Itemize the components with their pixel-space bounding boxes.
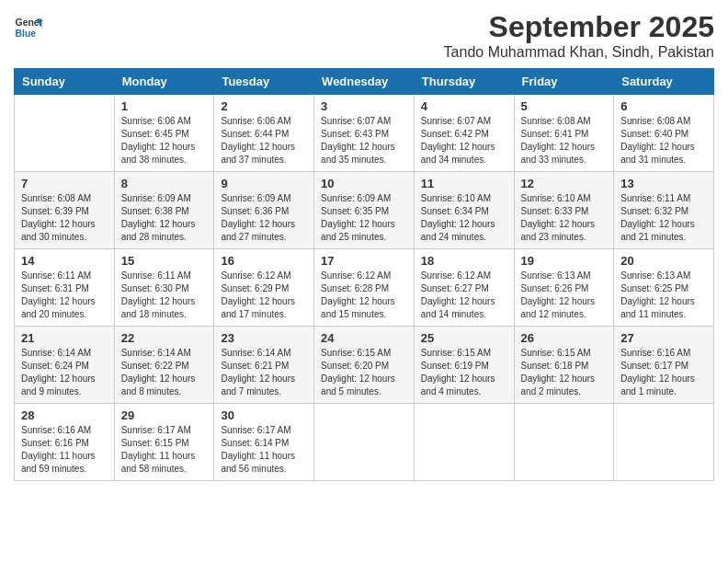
day-info: Sunrise: 6:13 AM Sunset: 6:26 PM Dayligh…: [521, 270, 608, 321]
day-info: Sunrise: 6:16 AM Sunset: 6:17 PM Dayligh…: [620, 347, 707, 398]
day-number: 19: [521, 254, 608, 268]
calendar-cell: 28Sunrise: 6:16 AM Sunset: 6:16 PM Dayli…: [15, 404, 115, 481]
day-number: 9: [221, 177, 307, 190]
day-header-wednesday: Wednesday: [314, 69, 415, 95]
day-number: 17: [321, 254, 407, 268]
day-info: Sunrise: 6:11 AM Sunset: 6:31 PM Dayligh…: [21, 270, 108, 321]
day-info: Sunrise: 6:09 AM Sunset: 6:35 PM Dayligh…: [321, 192, 407, 244]
day-info: Sunrise: 6:06 AM Sunset: 6:44 PM Dayligh…: [221, 115, 307, 167]
day-info: Sunrise: 6:12 AM Sunset: 6:28 PM Dayligh…: [321, 270, 407, 321]
day-number: 23: [221, 331, 307, 345]
day-number: 7: [21, 177, 108, 190]
day-info: Sunrise: 6:17 AM Sunset: 6:14 PM Dayligh…: [221, 424, 307, 476]
calendar-cell: [314, 404, 415, 481]
day-number: 4: [421, 99, 507, 113]
day-number: 24: [321, 331, 407, 345]
day-info: Sunrise: 6:15 AM Sunset: 6:19 PM Dayligh…: [421, 347, 507, 398]
day-info: Sunrise: 6:08 AM Sunset: 6:41 PM Dayligh…: [521, 115, 608, 167]
calendar-cell: 9Sunrise: 6:09 AM Sunset: 6:36 PM Daylig…: [214, 172, 314, 249]
day-info: Sunrise: 6:08 AM Sunset: 6:39 PM Dayligh…: [21, 192, 108, 244]
day-number: 6: [620, 99, 707, 113]
day-number: 5: [521, 99, 608, 113]
day-header-friday: Friday: [514, 69, 614, 95]
calendar-cell: 14Sunrise: 6:11 AM Sunset: 6:31 PM Dayli…: [15, 249, 115, 327]
month-title: September 2025: [444, 9, 714, 44]
day-info: Sunrise: 6:12 AM Sunset: 6:27 PM Dayligh…: [421, 270, 507, 321]
calendar-cell: 23Sunrise: 6:14 AM Sunset: 6:21 PM Dayli…: [214, 327, 314, 404]
day-header-sunday: Sunday: [15, 69, 115, 95]
calendar-cell: 4Sunrise: 6:07 AM Sunset: 6:42 PM Daylig…: [414, 95, 514, 172]
day-info: Sunrise: 6:15 AM Sunset: 6:20 PM Dayligh…: [321, 347, 407, 398]
calendar-header-row: SundayMondayTuesdayWednesdayThursdayFrid…: [15, 69, 714, 95]
day-header-saturday: Saturday: [614, 69, 714, 95]
day-number: 15: [121, 254, 208, 268]
day-number: 21: [21, 331, 108, 345]
day-info: Sunrise: 6:07 AM Sunset: 6:42 PM Dayligh…: [421, 115, 507, 167]
calendar-cell: 8Sunrise: 6:09 AM Sunset: 6:38 PM Daylig…: [114, 172, 214, 249]
day-number: 8: [121, 177, 208, 190]
day-info: Sunrise: 6:14 AM Sunset: 6:24 PM Dayligh…: [21, 347, 108, 398]
calendar-week-5: 28Sunrise: 6:16 AM Sunset: 6:16 PM Dayli…: [15, 404, 714, 481]
calendar-cell: 24Sunrise: 6:15 AM Sunset: 6:20 PM Dayli…: [314, 327, 415, 404]
day-number: 10: [321, 177, 407, 190]
calendar-cell: 2Sunrise: 6:06 AM Sunset: 6:44 PM Daylig…: [214, 95, 314, 172]
calendar-cell: 1Sunrise: 6:06 AM Sunset: 6:45 PM Daylig…: [114, 95, 214, 172]
day-info: Sunrise: 6:15 AM Sunset: 6:18 PM Dayligh…: [521, 347, 608, 398]
calendar-cell: 27Sunrise: 6:16 AM Sunset: 6:17 PM Dayli…: [614, 327, 714, 404]
calendar-cell: 21Sunrise: 6:14 AM Sunset: 6:24 PM Dayli…: [15, 327, 115, 404]
day-number: 2: [221, 99, 307, 113]
calendar-cell: [15, 95, 115, 172]
calendar-cell: 29Sunrise: 6:17 AM Sunset: 6:15 PM Dayli…: [114, 404, 214, 481]
location-title: Tando Muhammad Khan, Sindh, Pakistan: [444, 44, 714, 61]
logo-icon: General Blue: [14, 13, 43, 42]
day-number: 28: [21, 408, 108, 422]
calendar-cell: 7Sunrise: 6:08 AM Sunset: 6:39 PM Daylig…: [15, 172, 115, 249]
day-number: 18: [421, 254, 507, 268]
svg-text:Blue: Blue: [16, 29, 37, 39]
day-header-tuesday: Tuesday: [214, 69, 314, 95]
calendar-week-3: 14Sunrise: 6:11 AM Sunset: 6:31 PM Dayli…: [15, 249, 714, 327]
calendar-cell: 20Sunrise: 6:13 AM Sunset: 6:25 PM Dayli…: [614, 249, 714, 327]
calendar-cell: 19Sunrise: 6:13 AM Sunset: 6:26 PM Dayli…: [514, 249, 614, 327]
day-number: 14: [21, 254, 108, 268]
calendar-cell: 13Sunrise: 6:11 AM Sunset: 6:32 PM Dayli…: [614, 172, 714, 249]
day-info: Sunrise: 6:14 AM Sunset: 6:22 PM Dayligh…: [121, 347, 208, 398]
calendar-cell: 18Sunrise: 6:12 AM Sunset: 6:27 PM Dayli…: [414, 249, 514, 327]
day-number: 13: [620, 177, 707, 190]
day-number: 16: [221, 254, 307, 268]
header: General Blue September 2025 Tando Muhamm…: [14, 9, 714, 61]
day-number: 29: [121, 408, 208, 422]
title-area: September 2025 Tando Muhammad Khan, Sind…: [444, 9, 714, 61]
day-info: Sunrise: 6:17 AM Sunset: 6:15 PM Dayligh…: [121, 424, 208, 476]
day-info: Sunrise: 6:14 AM Sunset: 6:21 PM Dayligh…: [221, 347, 307, 398]
day-number: 20: [620, 254, 707, 268]
day-info: Sunrise: 6:10 AM Sunset: 6:34 PM Dayligh…: [421, 192, 507, 244]
day-info: Sunrise: 6:06 AM Sunset: 6:45 PM Dayligh…: [121, 115, 208, 167]
day-info: Sunrise: 6:07 AM Sunset: 6:43 PM Dayligh…: [321, 115, 407, 167]
day-number: 3: [321, 99, 407, 113]
day-info: Sunrise: 6:09 AM Sunset: 6:38 PM Dayligh…: [121, 192, 208, 244]
calendar-cell: 11Sunrise: 6:10 AM Sunset: 6:34 PM Dayli…: [414, 172, 514, 249]
calendar-cell: 25Sunrise: 6:15 AM Sunset: 6:19 PM Dayli…: [414, 327, 514, 404]
calendar-cell: [414, 404, 514, 481]
calendar-cell: [614, 404, 714, 481]
calendar-week-1: 1Sunrise: 6:06 AM Sunset: 6:45 PM Daylig…: [15, 95, 714, 172]
calendar-cell: 16Sunrise: 6:12 AM Sunset: 6:29 PM Dayli…: [214, 249, 314, 327]
calendar-week-4: 21Sunrise: 6:14 AM Sunset: 6:24 PM Dayli…: [15, 327, 714, 404]
day-info: Sunrise: 6:10 AM Sunset: 6:33 PM Dayligh…: [521, 192, 608, 244]
calendar-cell: 17Sunrise: 6:12 AM Sunset: 6:28 PM Dayli…: [314, 249, 415, 327]
day-number: 26: [521, 331, 608, 345]
day-number: 11: [421, 177, 507, 190]
day-number: 12: [521, 177, 608, 190]
calendar-cell: [514, 404, 614, 481]
day-number: 25: [421, 331, 507, 345]
calendar-cell: 15Sunrise: 6:11 AM Sunset: 6:30 PM Dayli…: [114, 249, 214, 327]
calendar-cell: 6Sunrise: 6:08 AM Sunset: 6:40 PM Daylig…: [614, 95, 714, 172]
day-info: Sunrise: 6:13 AM Sunset: 6:25 PM Dayligh…: [620, 270, 707, 321]
calendar-cell: 10Sunrise: 6:09 AM Sunset: 6:35 PM Dayli…: [314, 172, 415, 249]
day-header-monday: Monday: [114, 69, 214, 95]
calendar-cell: 26Sunrise: 6:15 AM Sunset: 6:18 PM Dayli…: [514, 327, 614, 404]
logo: General Blue: [14, 13, 47, 42]
day-header-thursday: Thursday: [414, 69, 514, 95]
calendar-table: SundayMondayTuesdayWednesdayThursdayFrid…: [14, 68, 714, 481]
